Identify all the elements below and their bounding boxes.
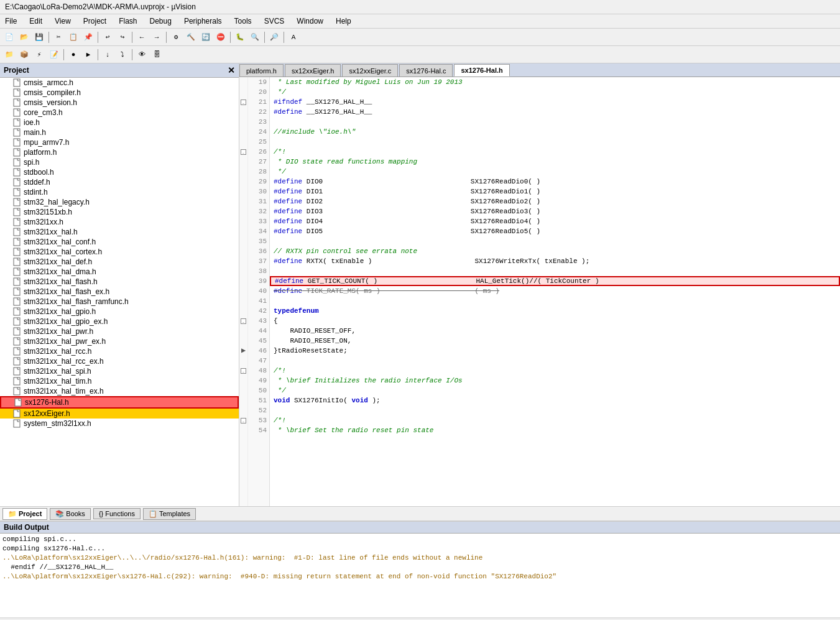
bottom-tab-books[interactable]: 📚 Books	[50, 508, 91, 520]
svg-rect-27	[14, 348, 20, 355]
tree-item-stm32l1xx_hal_pwr-h[interactable]: stm32l1xx_hal_pwr.h	[0, 326, 239, 336]
nav-back-btn[interactable]: ←	[135, 30, 149, 44]
menu-item-svcs[interactable]: SVCS	[262, 16, 287, 27]
mem-btn[interactable]: 🗄	[150, 48, 164, 62]
line-number: 46	[248, 346, 269, 356]
build-btn[interactable]: 🔨	[184, 30, 198, 44]
step-btn[interactable]: ↓	[101, 48, 114, 62]
tree-item-cmsis_version-h[interactable]: cmsis_version.h	[0, 98, 239, 108]
tree-item-stm32l1xx_hal_rcc-h[interactable]: stm32l1xx_hal_rcc.h	[0, 346, 239, 356]
tree-item-mpu_armv7-h[interactable]: mpu_armv7.h	[0, 137, 239, 147]
tree-item-stdint-h[interactable]: stdint.h	[0, 187, 239, 197]
tree-item-stm32l1xx_hal_tim_ex-h[interactable]: stm32l1xx_hal_tim_ex.h	[0, 386, 239, 396]
stop-btn[interactable]: ⛔	[214, 30, 228, 44]
tree-item-stm32l1xx_hal_gpio-h[interactable]: stm32l1xx_hal_gpio.h	[0, 307, 239, 317]
target-btn[interactable]: A	[287, 30, 300, 44]
bottom-tab-functions[interactable]: {} Functions	[93, 508, 141, 519]
save-btn[interactable]: 💾	[32, 30, 46, 44]
tree-item-stm32l1xx_hal_spi-h[interactable]: stm32l1xx_hal_spi.h	[0, 366, 239, 376]
tab-sx1276-Hal-h[interactable]: sx1276-Hal.h	[454, 64, 509, 76]
menu-item-tools[interactable]: Tools	[232, 16, 254, 27]
bp-btn[interactable]: ●	[67, 48, 80, 62]
tree-item-stm32l1xx_hal_tim-h[interactable]: stm32l1xx_hal_tim.h	[0, 376, 239, 386]
file-icon	[12, 287, 21, 296]
tab-sx12xxEiger-h[interactable]: sx12xxEiger.h	[285, 64, 341, 76]
tabs-bar: platform.hsx12xxEiger.hsx12xxEiger.csx12…	[239, 63, 840, 77]
menu-item-debug[interactable]: Debug	[147, 16, 174, 27]
open-btn[interactable]: 📂	[17, 30, 31, 44]
compile-btn[interactable]: ⚙	[169, 30, 183, 44]
tree-item-core_cm3-h[interactable]: core_cm3.h	[0, 108, 239, 118]
tree-item-stdbool-h[interactable]: stdbool.h	[0, 167, 239, 177]
redo-btn[interactable]: ↪	[116, 30, 129, 44]
sidebar-tree[interactable]: cmsis_armcc.hcmsis_compiler.hcmsis_versi…	[0, 78, 239, 506]
tree-item-label: stm32l1xx_hal_dma.h	[24, 267, 96, 276]
tree-item-stm32l151xb-h[interactable]: stm32l151xb.h	[0, 207, 239, 217]
undo-btn[interactable]: ↩	[101, 30, 114, 44]
tree-item-platform-h[interactable]: platform.h	[0, 147, 239, 157]
menu-item-edit[interactable]: Edit	[27, 16, 45, 27]
sidebar-close-icon[interactable]: ✕	[228, 65, 235, 75]
nav-fwd-btn[interactable]: →	[150, 30, 164, 44]
file-icon	[12, 267, 21, 276]
menu-item-file[interactable]: File	[2, 16, 19, 27]
run-btn[interactable]: ▶	[81, 48, 95, 62]
bottom-tab-templates[interactable]: 📋 Templates	[143, 508, 196, 520]
copy-btn[interactable]: 📋	[67, 30, 80, 44]
tree-item-stm32l1xx_hal_dma-h[interactable]: stm32l1xx_hal_dma.h	[0, 267, 239, 277]
tree-item-stm32l1xx_hal_rcc_ex-h[interactable]: stm32l1xx_hal_rcc_ex.h	[0, 356, 239, 366]
fold-cell	[239, 127, 247, 137]
menu-item-help[interactable]: Help	[333, 16, 354, 27]
build-header: Build Output	[0, 522, 840, 534]
tree-item-stm32l1xx_hal-h[interactable]: stm32l1xx_hal.h	[0, 227, 239, 237]
zoom-in-btn[interactable]: 🔎	[267, 30, 281, 44]
tab-sx1276-Hal-c[interactable]: sx1276-Hal.c	[399, 64, 453, 76]
line-number: 32	[248, 206, 269, 216]
tab-sx12xxEiger-c[interactable]: sx12xxEiger.c	[342, 64, 398, 76]
tmpl-btn[interactable]: 📝	[47, 48, 61, 62]
watch-btn[interactable]: 👁	[135, 48, 149, 62]
menu-item-project[interactable]: Project	[81, 16, 109, 27]
obj-btn[interactable]: 📦	[17, 48, 31, 62]
tree-item-label: main.h	[24, 128, 46, 137]
build-content[interactable]: compiling spi.c...compiling sx1276-Hal.c…	[0, 534, 840, 618]
func-btn[interactable]: ⚡	[32, 48, 46, 62]
bottom-tab-project[interactable]: 📁 Project	[2, 508, 47, 520]
tree-item-stm32l1xx_hal_flash_ex-h[interactable]: stm32l1xx_hal_flash_ex.h	[0, 287, 239, 297]
tree-item-main-h[interactable]: main.h	[0, 127, 239, 137]
menu-item-flash[interactable]: Flash	[116, 16, 139, 27]
rebuild-btn[interactable]: 🔄	[199, 30, 213, 44]
paste-btn[interactable]: 📌	[81, 30, 95, 44]
menu-item-peripherals[interactable]: Peripherals	[182, 16, 224, 27]
code-content[interactable]: * Last modified by Miguel Luis on Jun 19…	[270, 77, 840, 506]
cut-btn[interactable]: ✂	[52, 30, 65, 44]
tree-item-stm32_hal_legacy-h[interactable]: stm32_hal_legacy.h	[0, 197, 239, 207]
tree-item-stm32l1xx_hal_conf-h[interactable]: stm32l1xx_hal_conf.h	[0, 237, 239, 247]
tree-item-cmsis_armcc-h[interactable]: cmsis_armcc.h	[0, 78, 239, 88]
tab-platform-h[interactable]: platform.h	[239, 64, 284, 76]
tree-item-ioe-h[interactable]: ioe.h	[0, 118, 239, 127]
find-btn[interactable]: 🔍	[248, 30, 262, 44]
tree-item-sx12xxEiger-h[interactable]: sx12xxEiger.h	[0, 409, 239, 419]
tree-item-stm32l1xx-h[interactable]: stm32l1xx.h	[0, 217, 239, 227]
tree-item-sx1276-Hal-h[interactable]: sx1276-Hal.h	[0, 396, 239, 409]
tree-item-spi-h[interactable]: spi.h	[0, 157, 239, 167]
tree-item-stddef-h[interactable]: stddef.h	[0, 177, 239, 187]
tree-item-stm32l1xx_hal_gpio_ex-h[interactable]: stm32l1xx_hal_gpio_ex.h	[0, 317, 239, 326]
tree-item-label: spi.h	[24, 158, 39, 167]
menu-item-window[interactable]: Window	[294, 16, 326, 27]
new-btn[interactable]: 📄	[2, 30, 16, 44]
stepover-btn[interactable]: ⤵	[116, 48, 129, 62]
tree-item-stm32l1xx_hal_pwr_ex-h[interactable]: stm32l1xx_hal_pwr_ex.h	[0, 336, 239, 346]
tree-item-cmsis_compiler-h[interactable]: cmsis_compiler.h	[0, 88, 239, 98]
code-line-41	[270, 296, 840, 306]
tree-item-stm32l1xx_hal_flash_ramfunc-h[interactable]: stm32l1xx_hal_flash_ramfunc.h	[0, 297, 239, 307]
code-line-49: * \brief Initializes the radio interface…	[270, 376, 840, 386]
debug-btn[interactable]: 🐛	[233, 30, 247, 44]
tree-item-stm32l1xx_hal_cortex-h[interactable]: stm32l1xx_hal_cortex.h	[0, 247, 239, 257]
tree-item-stm32l1xx_hal_def-h[interactable]: stm32l1xx_hal_def.h	[0, 257, 239, 267]
tree-item-stm32l1xx_hal_flash-h[interactable]: stm32l1xx_hal_flash.h	[0, 277, 239, 287]
proj-btn[interactable]: 📁	[2, 48, 16, 62]
tree-item-system_stm32l1xx-h[interactable]: system_stm32l1xx.h	[0, 419, 239, 428]
menu-item-view[interactable]: View	[52, 16, 73, 27]
